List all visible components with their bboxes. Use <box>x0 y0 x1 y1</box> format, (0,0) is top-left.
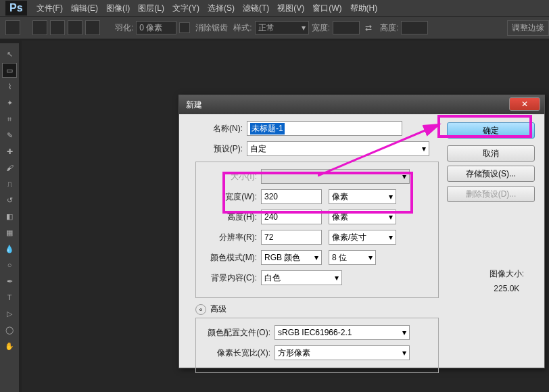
mode-select[interactable]: RGB 颜色 <box>261 250 322 265</box>
style-select[interactable]: 正常▾ <box>255 21 309 34</box>
height-dlg-input[interactable] <box>261 210 322 224</box>
advanced-label: 高级 <box>210 303 226 315</box>
menu-edit[interactable]: 编辑(E) <box>67 3 102 14</box>
height-dlg-label: 高度(H): <box>196 212 257 223</box>
history-brush-tool[interactable]: ↺ <box>2 193 17 207</box>
feather-input[interactable] <box>136 21 176 34</box>
dialog-title: 新建 <box>186 99 202 111</box>
blur-tool[interactable]: 💧 <box>2 241 17 256</box>
name-input[interactable]: 未标题-1 <box>247 121 402 136</box>
profile-label: 颜色配置文件(O): <box>196 327 270 339</box>
ok-button[interactable]: 确定 <box>447 122 535 139</box>
height-input[interactable] <box>401 21 428 34</box>
healing-tool[interactable]: ✚ <box>2 144 17 159</box>
new-selection-icon[interactable] <box>32 20 47 35</box>
menu-bar: Ps 文件(F) 编辑(E) 图像(I) 图层(L) 文字(Y) 选择(S) 滤… <box>0 0 549 16</box>
marquee-tool[interactable]: ▭ <box>2 63 17 78</box>
lasso-tool[interactable]: ⌇ <box>2 79 17 94</box>
move-tool[interactable]: ↖ <box>2 47 17 62</box>
options-bar: 羽化: 消除锯齿 样式: 正常▾ 宽度: ⇄ 高度: 调整边缘 <box>0 16 549 39</box>
menu-help[interactable]: 帮助(H) <box>346 3 382 14</box>
subtract-selection-icon[interactable] <box>68 20 82 35</box>
menu-view[interactable]: 视图(V) <box>273 3 308 14</box>
close-button[interactable]: ✕ <box>509 97 540 111</box>
hand-tool[interactable]: ✋ <box>2 339 17 353</box>
preset-select[interactable]: 自定 <box>247 141 429 156</box>
menu-layer[interactable]: 图层(L) <box>134 3 168 14</box>
delete-preset-button: 删除预设(D)... <box>447 186 535 202</box>
width-dlg-label: 宽度(W): <box>196 191 257 203</box>
menu-window[interactable]: 窗口(W) <box>308 3 345 14</box>
eyedropper-tool[interactable]: ✎ <box>2 128 17 143</box>
style-label: 样式: <box>233 22 252 34</box>
add-selection-icon[interactable] <box>50 20 65 35</box>
intersect-selection-icon[interactable] <box>85 20 100 35</box>
aspect-label: 像素长宽比(X): <box>196 347 270 359</box>
width-dlg-input[interactable] <box>261 189 322 204</box>
bg-label: 背景内容(C): <box>196 272 257 284</box>
eraser-tool[interactable]: ◧ <box>2 209 17 224</box>
marquee-indicator-icon[interactable] <box>5 20 20 35</box>
dodge-tool[interactable]: ○ <box>2 258 17 272</box>
menu-file[interactable]: 文件(F) <box>32 3 67 14</box>
menu-filter[interactable]: 滤镜(T) <box>239 3 273 14</box>
save-preset-button[interactable]: 存储预设(S)... <box>447 166 535 182</box>
menu-select[interactable]: 选择(S) <box>204 3 239 14</box>
dialog-titlebar[interactable]: 新建 ✕ <box>179 95 544 114</box>
brush-tool[interactable]: 🖌 <box>2 160 17 175</box>
res-input[interactable] <box>261 230 322 245</box>
shape-tool[interactable]: ◯ <box>2 322 17 337</box>
name-label: 名称(N): <box>202 123 243 134</box>
antialias-label: 消除锯齿 <box>195 22 228 34</box>
cancel-button[interactable]: 取消 <box>447 145 535 162</box>
advanced-toggle[interactable]: « <box>195 304 206 315</box>
res-label: 分辨率(R): <box>196 232 257 243</box>
refine-edge-button[interactable]: 调整边缘 <box>507 20 549 36</box>
stamp-tool[interactable]: ⎍ <box>2 176 17 191</box>
wand-tool[interactable]: ✦ <box>2 95 17 110</box>
crop-tool[interactable]: ⌗ <box>2 112 17 126</box>
pen-tool[interactable]: ✒ <box>2 274 17 289</box>
menu-type[interactable]: 文字(Y) <box>168 3 204 14</box>
width-label: 宽度: <box>312 22 330 34</box>
gradient-tool[interactable]: ▦ <box>2 225 17 240</box>
toolbar: ↖ ▭ ⌇ ✦ ⌗ ✎ ✚ 🖌 ⎍ ↺ ◧ ▦ 💧 ○ ✒ T ▷ ◯ ✋ <box>0 43 19 392</box>
profile-select[interactable]: sRGB IEC61966-2.1 <box>274 325 410 340</box>
new-document-dialog: 新建 ✕ 名称(N): 未标题-1 预设(P): 自定 大小(I): 宽度(W)… <box>178 95 545 368</box>
width-unit-select[interactable]: 像素 <box>329 189 396 204</box>
res-unit-select[interactable]: 像素/英寸 <box>329 230 396 245</box>
menu-image[interactable]: 图像(I) <box>102 3 134 14</box>
width-input[interactable] <box>333 21 360 34</box>
path-select-tool[interactable]: ▷ <box>2 306 17 321</box>
mode-bits-select[interactable]: 8 位 <box>329 250 376 265</box>
bg-select[interactable]: 白色 <box>261 270 342 285</box>
mode-label: 颜色模式(M): <box>196 252 257 264</box>
feather-label: 羽化: <box>115 22 133 34</box>
antialias-checkbox[interactable] <box>179 22 190 33</box>
height-label: 高度: <box>380 22 398 34</box>
image-size-display: 图像大小: 225.0K <box>490 268 524 297</box>
size-label: 大小(I): <box>196 171 257 182</box>
height-unit-select[interactable]: 像素 <box>329 210 396 224</box>
aspect-select[interactable]: 方形像素 <box>274 345 410 360</box>
app-logo: Ps <box>5 1 27 16</box>
type-tool[interactable]: T <box>2 290 17 305</box>
size-select <box>261 169 410 184</box>
preset-label: 预设(P): <box>195 143 243 155</box>
